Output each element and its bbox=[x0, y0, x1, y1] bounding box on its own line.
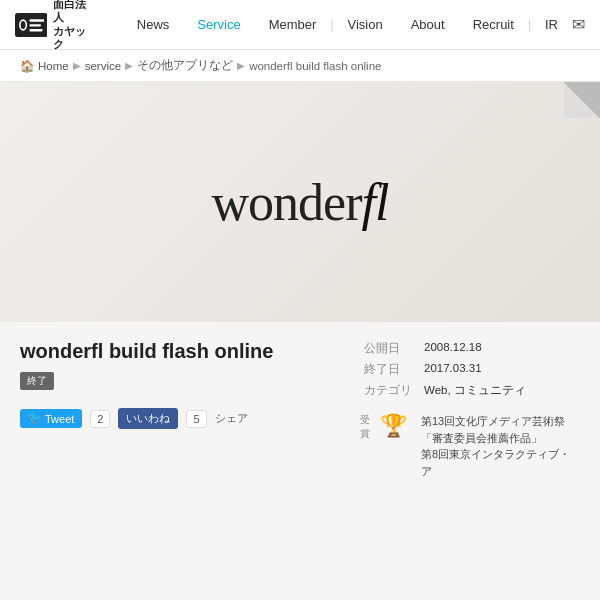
hero-inner: wonderfl bbox=[0, 82, 600, 322]
breadcrumb-home: 🏠 bbox=[20, 59, 34, 73]
open-label: 公開日 bbox=[360, 338, 420, 359]
info-table: 公開日 2008.12.18 終了日 2017.03.31 カテゴリ Web, … bbox=[360, 338, 580, 401]
award-label: 受賞 bbox=[360, 413, 372, 441]
hero-logo-fl: fl bbox=[362, 174, 389, 231]
share-button[interactable]: シェア bbox=[215, 411, 248, 426]
svg-point-2 bbox=[21, 20, 26, 28]
mail-icon[interactable]: ✉ bbox=[572, 15, 585, 34]
main-nav: News Service Member | Vision About Recru… bbox=[123, 17, 572, 32]
logo-line1: 面白法人 bbox=[53, 0, 93, 25]
logo-text: 面白法人 カヤック bbox=[53, 0, 93, 51]
breadcrumb-service-link[interactable]: service bbox=[85, 60, 121, 72]
page-wrapper: 面白法人 カヤック News Service Member | Vision A… bbox=[0, 0, 600, 600]
svg-rect-4 bbox=[30, 24, 41, 26]
info-row-category: カテゴリ Web, コミュニティ bbox=[360, 380, 580, 401]
breadcrumb-apps-link[interactable]: その他アプリなど bbox=[137, 58, 233, 73]
content-area: wonderfl build flash online 終了 🐦 Tweet 2… bbox=[20, 338, 580, 479]
nav-icons: ✉ bbox=[572, 15, 585, 34]
breadcrumb-current: wonderfl build flash online bbox=[249, 60, 381, 72]
status-badge: 終了 bbox=[20, 372, 54, 390]
tweet-label: Tweet bbox=[45, 413, 74, 425]
award-text-col: 第13回文化庁メディア芸術祭「審査委員会推薦作品」 第8回東京インタラクティブ・… bbox=[421, 413, 580, 479]
hero-logo: wonderfl bbox=[212, 173, 389, 232]
hero-wrap: wonderfl bbox=[0, 82, 600, 322]
twitter-icon: 🐦 bbox=[28, 412, 42, 425]
fold-corner[interactable] bbox=[564, 82, 600, 118]
nav-news[interactable]: News bbox=[123, 17, 184, 32]
page-title: wonderfl build flash online bbox=[20, 338, 340, 364]
breadcrumb-home-link[interactable]: Home bbox=[38, 60, 69, 72]
tweet-count: 2 bbox=[90, 410, 110, 428]
info-row-open: 公開日 2008.12.18 bbox=[360, 338, 580, 359]
nav-ir[interactable]: IR bbox=[531, 17, 572, 32]
content-right: 公開日 2008.12.18 終了日 2017.03.31 カテゴリ Web, … bbox=[360, 338, 580, 479]
like-button[interactable]: いいわね bbox=[118, 408, 178, 429]
open-value: 2008.12.18 bbox=[420, 338, 580, 359]
end-label: 終了日 bbox=[360, 359, 420, 380]
end-value: 2017.03.31 bbox=[420, 359, 580, 380]
logo-icon bbox=[15, 10, 47, 40]
nav-member[interactable]: Member bbox=[255, 17, 331, 32]
like-label: いいわね bbox=[126, 412, 170, 424]
svg-rect-5 bbox=[30, 29, 43, 31]
award-icon-col: 受賞 bbox=[360, 413, 372, 443]
breadcrumb-arrow-3: ▶ bbox=[237, 60, 245, 71]
award-item-1: 第13回文化庁メディア芸術祭「審査委員会推薦作品」 bbox=[421, 413, 580, 446]
award-section: 受賞 🏆 第13回文化庁メディア芸術祭「審査委員会推薦作品」 第8回東京インタラ… bbox=[360, 413, 580, 479]
nav-vision[interactable]: Vision bbox=[334, 17, 397, 32]
svg-rect-3 bbox=[30, 19, 45, 21]
social-row: 🐦 Tweet 2 いいわね 5 シェア bbox=[20, 408, 340, 429]
logo[interactable]: 面白法人 カヤック bbox=[15, 0, 93, 51]
nav-about[interactable]: About bbox=[397, 17, 459, 32]
hero-logo-wonder: wonder bbox=[212, 174, 362, 231]
category-label: カテゴリ bbox=[360, 380, 420, 401]
main-content: wonderfl build flash online 終了 🐦 Tweet 2… bbox=[0, 338, 600, 499]
award-icon-symbol: 🏆 bbox=[380, 413, 407, 439]
breadcrumb: 🏠 Home ▶ service ▶ その他アプリなど ▶ wonderfl b… bbox=[0, 50, 600, 82]
info-row-end: 終了日 2017.03.31 bbox=[360, 359, 580, 380]
hero-image: wonderfl bbox=[0, 82, 600, 322]
like-count: 5 bbox=[186, 410, 206, 428]
nav-service[interactable]: Service bbox=[183, 17, 254, 32]
breadcrumb-arrow-2: ▶ bbox=[125, 60, 133, 71]
tweet-button[interactable]: 🐦 Tweet bbox=[20, 409, 82, 428]
header: 面白法人 カヤック News Service Member | Vision A… bbox=[0, 0, 600, 50]
award-item-2: 第8回東京インタラクティブ・ア bbox=[421, 446, 580, 479]
breadcrumb-arrow-1: ▶ bbox=[73, 60, 81, 71]
logo-line2: カヤック bbox=[53, 25, 93, 51]
nav-recruit[interactable]: Recruit bbox=[459, 17, 528, 32]
category-value: Web, コミュニティ bbox=[420, 380, 580, 401]
content-left: wonderfl build flash online 終了 🐦 Tweet 2… bbox=[20, 338, 340, 479]
